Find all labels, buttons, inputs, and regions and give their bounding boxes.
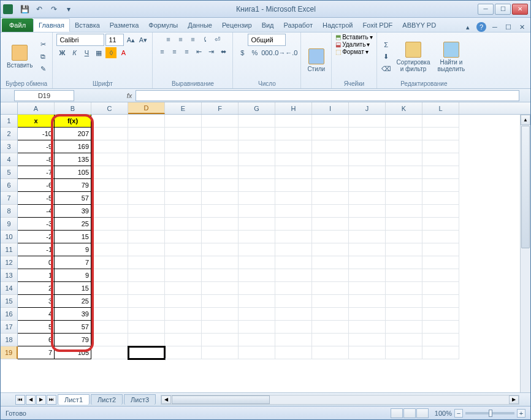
cell-G13[interactable] (239, 269, 275, 282)
cell-A16[interactable]: 4 (18, 308, 55, 321)
cell-B2[interactable]: 207 (55, 128, 91, 140)
tab-prev[interactable]: ◀ (26, 395, 36, 405)
cell-H6[interactable] (275, 179, 312, 192)
cell-L1[interactable] (422, 115, 459, 128)
cell-C8[interactable] (91, 205, 128, 218)
cell-C4[interactable] (91, 153, 128, 166)
orientation[interactable]: ⤹ (199, 34, 210, 45)
cell-H3[interactable] (275, 140, 312, 153)
cell-L8[interactable] (422, 205, 459, 218)
cell-G6[interactable] (239, 179, 275, 192)
font-color[interactable]: A (118, 47, 129, 58)
cell-J5[interactable] (349, 166, 386, 179)
align-center[interactable]: ≡ (169, 46, 180, 57)
cell-F6[interactable] (202, 179, 239, 192)
cell-D5[interactable] (128, 166, 165, 179)
cell-B5[interactable]: 105 (55, 166, 91, 179)
cell-B11[interactable]: 9 (55, 243, 91, 256)
cell-E5[interactable] (165, 166, 202, 179)
cell-I1[interactable] (312, 115, 349, 128)
cell-J11[interactable] (349, 243, 386, 256)
cell-J1[interactable] (349, 115, 386, 128)
formula-bar[interactable] (136, 90, 519, 101)
ribbon-tab-надстрой[interactable]: Надстрой (318, 18, 357, 32)
copy-button[interactable]: ⧉ (37, 52, 48, 63)
cell-F16[interactable] (202, 308, 239, 321)
cell-H14[interactable] (275, 282, 312, 295)
minimize-button[interactable]: ─ (478, 4, 494, 15)
cell-E17[interactable] (165, 321, 202, 334)
cell-D4[interactable] (128, 153, 165, 166)
cell-J16[interactable] (349, 308, 386, 321)
col-header-E[interactable]: E (165, 102, 202, 114)
cell-D14[interactable] (128, 282, 165, 295)
cell-A18[interactable]: 6 (18, 334, 55, 346)
ribbon-tab-abbyy pd[interactable]: ABBYY PD (397, 18, 441, 32)
row-header[interactable]: 12 (1, 256, 18, 269)
cell-E8[interactable] (165, 205, 202, 218)
cell-C19[interactable] (91, 346, 128, 359)
cell-K1[interactable] (386, 115, 422, 128)
cell-L5[interactable] (422, 166, 459, 179)
cell-A9[interactable]: -3 (18, 218, 55, 231)
horizontal-scrollbar[interactable]: ◀ ▶ (161, 395, 519, 405)
underline-button[interactable]: Ч (81, 47, 92, 58)
cell-L9[interactable] (422, 218, 459, 231)
cell-L10[interactable] (422, 231, 459, 243)
cell-J4[interactable] (349, 153, 386, 166)
cell-G15[interactable] (239, 295, 275, 308)
cell-A7[interactable]: -5 (18, 192, 55, 205)
cell-G12[interactable] (239, 256, 275, 269)
ribbon-tab-данные[interactable]: Данные (183, 18, 217, 32)
sheet-tab-Лист3[interactable]: Лист3 (124, 394, 156, 405)
cell-D16[interactable] (128, 308, 165, 321)
cell-G5[interactable] (239, 166, 275, 179)
row-header[interactable]: 15 (1, 295, 18, 308)
cell-J10[interactable] (349, 231, 386, 243)
cell-H12[interactable] (275, 256, 312, 269)
cell-J9[interactable] (349, 218, 386, 231)
cell-J6[interactable] (349, 179, 386, 192)
cell-J19[interactable] (349, 346, 386, 359)
cell-B17[interactable]: 57 (55, 321, 91, 334)
cell-B3[interactable]: 169 (55, 140, 91, 153)
align-mid[interactable]: ≡ (175, 34, 186, 45)
merge-button[interactable]: ⬌ (218, 46, 229, 57)
cell-G3[interactable] (239, 140, 275, 153)
number-format[interactable] (248, 34, 286, 46)
cell-E9[interactable] (165, 218, 202, 231)
cell-C7[interactable] (91, 192, 128, 205)
row-header[interactable]: 2 (1, 128, 18, 140)
cell-G1[interactable] (239, 115, 275, 128)
cell-D10[interactable] (128, 231, 165, 243)
zoom-in[interactable]: + (517, 409, 525, 418)
qat-redo[interactable]: ↷ (48, 4, 59, 15)
cell-K11[interactable] (386, 243, 422, 256)
insert-cells[interactable]: ⬒Вставить ▾ (335, 34, 372, 40)
cell-E4[interactable] (165, 153, 202, 166)
zoom-level[interactable]: 100% (435, 410, 452, 417)
cell-H7[interactable] (275, 192, 312, 205)
cell-F19[interactable] (202, 346, 239, 359)
row-header[interactable]: 6 (1, 179, 18, 192)
border-button[interactable]: ▦ (93, 47, 104, 58)
cell-D19[interactable] (128, 346, 165, 359)
cell-G4[interactable] (239, 153, 275, 166)
ribbon-tab-вставка[interactable]: Вставка (70, 18, 105, 32)
cell-I5[interactable] (312, 166, 349, 179)
cell-F12[interactable] (202, 256, 239, 269)
cell-B1[interactable]: f(x) (55, 115, 91, 128)
cell-I2[interactable] (312, 128, 349, 140)
row-header[interactable]: 5 (1, 166, 18, 179)
cell-I16[interactable] (312, 308, 349, 321)
decrease-font[interactable]: A▾ (137, 34, 148, 45)
tab-first[interactable]: ⏮ (15, 395, 25, 405)
cell-I6[interactable] (312, 179, 349, 192)
help-icon[interactable]: ? (476, 22, 486, 32)
row-header[interactable]: 3 (1, 140, 18, 153)
cell-I15[interactable] (312, 295, 349, 308)
indent-inc[interactable]: ⇥ (205, 46, 216, 57)
cell-D15[interactable] (128, 295, 165, 308)
close-button[interactable]: ✕ (512, 4, 528, 15)
cell-K6[interactable] (386, 179, 422, 192)
